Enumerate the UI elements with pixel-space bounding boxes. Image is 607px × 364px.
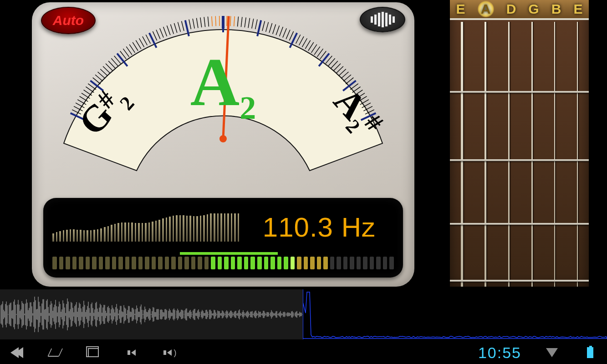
meter-note-center: A2 xyxy=(190,48,256,116)
cents-bar-icon xyxy=(52,257,394,269)
svg-line-43 xyxy=(196,18,198,28)
svg-line-26 xyxy=(136,40,141,49)
svg-line-31 xyxy=(153,31,157,40)
svg-line-57 xyxy=(248,18,250,28)
svg-line-23 xyxy=(126,46,132,55)
svg-line-39 xyxy=(182,21,184,30)
waveform-display xyxy=(0,289,303,339)
string-select-g-3[interactable]: G xyxy=(528,1,539,17)
tuning-progress-bar xyxy=(180,252,278,255)
svg-line-67 xyxy=(283,28,286,37)
guitar-fretboard: EADGBE xyxy=(450,0,589,287)
svg-line-56 xyxy=(245,17,246,27)
svg-line-72 xyxy=(299,36,304,45)
svg-line-34 xyxy=(163,27,167,36)
svg-line-69 xyxy=(289,31,293,40)
svg-line-27 xyxy=(139,38,144,47)
svg-line-74 xyxy=(305,40,310,49)
svg-line-63 xyxy=(269,23,272,33)
svg-line-53 xyxy=(234,16,235,26)
status-clock: 10:55 xyxy=(478,344,521,362)
fret-wire-icon xyxy=(450,159,589,161)
fret-wire-icon xyxy=(450,91,589,93)
frequency-value: 110.3 Hz xyxy=(263,212,376,243)
svg-line-66 xyxy=(280,27,283,36)
string-select-a-1[interactable]: A xyxy=(478,1,494,17)
string-selector-nut: EADGBE xyxy=(450,0,589,20)
svg-line-36 xyxy=(170,25,173,34)
svg-line-28 xyxy=(143,36,148,45)
svg-line-59 xyxy=(255,20,257,30)
string-select-d-2[interactable]: D xyxy=(506,1,516,17)
svg-line-37 xyxy=(174,23,177,33)
svg-line-55 xyxy=(241,17,242,27)
svg-line-47 xyxy=(212,16,212,26)
fret-wire-icon xyxy=(450,223,589,225)
home-button[interactable] xyxy=(47,345,63,360)
svg-line-44 xyxy=(200,17,202,27)
frequency-display: 110.3 Hz xyxy=(43,198,403,278)
svg-line-62 xyxy=(266,22,269,32)
volume-up-button[interactable]: ) xyxy=(162,345,178,360)
svg-line-25 xyxy=(133,42,138,51)
svg-line-42 xyxy=(193,19,194,29)
battery-icon xyxy=(582,345,598,360)
meter-panel: Auto G#2 A2 A2# xyxy=(32,2,414,287)
svg-line-24 xyxy=(129,45,135,53)
svg-line-33 xyxy=(160,28,163,37)
svg-line-78 xyxy=(317,49,323,57)
svg-line-38 xyxy=(178,22,180,32)
svg-line-75 xyxy=(308,42,314,51)
svg-point-103 xyxy=(219,135,227,143)
android-navbar: ) 10:55 xyxy=(0,341,607,364)
svg-line-65 xyxy=(276,25,279,35)
svg-line-35 xyxy=(167,25,170,35)
wifi-icon xyxy=(544,345,560,360)
string-select-e-5[interactable]: E xyxy=(573,1,582,17)
svg-line-41 xyxy=(189,20,191,30)
tuner-app: Auto G#2 A2 A2# xyxy=(0,0,607,364)
svg-line-76 xyxy=(311,45,317,53)
svg-line-73 xyxy=(302,38,307,47)
volume-down-button[interactable] xyxy=(124,345,139,360)
svg-line-52 xyxy=(230,16,231,26)
svg-line-45 xyxy=(204,17,205,27)
svg-line-22 xyxy=(123,49,129,57)
spectrum-display xyxy=(303,289,607,339)
svg-line-64 xyxy=(273,25,276,34)
svg-line-54 xyxy=(238,17,239,27)
recent-apps-button[interactable] xyxy=(86,345,101,360)
svg-line-58 xyxy=(252,19,254,29)
svg-line-68 xyxy=(286,30,290,39)
svg-line-46 xyxy=(208,17,209,27)
fret-wire-icon xyxy=(450,280,589,282)
svg-line-61 xyxy=(262,21,265,30)
guitar-strings-icon xyxy=(450,22,589,287)
svg-line-77 xyxy=(314,46,320,55)
vu-spectrum-icon xyxy=(52,213,239,242)
string-select-e-0[interactable]: E xyxy=(456,1,465,17)
string-select-b-4[interactable]: B xyxy=(551,1,561,17)
svg-line-32 xyxy=(156,30,160,39)
svg-line-48 xyxy=(215,16,216,26)
back-button[interactable] xyxy=(9,345,25,360)
